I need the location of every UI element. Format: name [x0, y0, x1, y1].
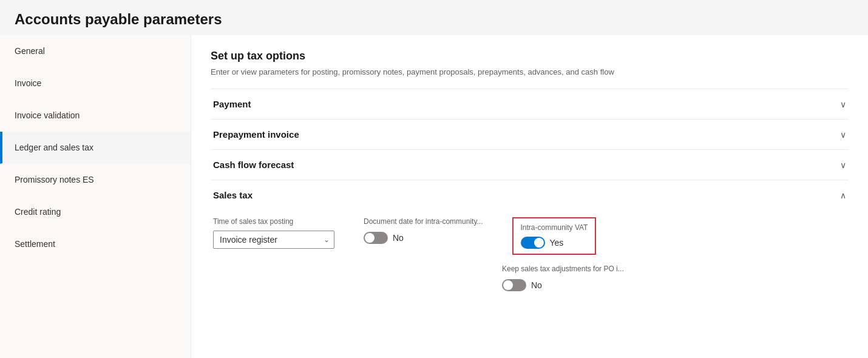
accordion-prepayment: Prepayment invoice ∨: [211, 119, 849, 149]
section-description: Enter or view parameters for posting, pr…: [211, 67, 849, 76]
accordion-cash-flow-title: Cash flow forecast: [213, 160, 294, 170]
sales-tax-row2: Keep sales tax adjustments for PO i... N…: [213, 265, 846, 291]
sidebar-item-promissory-notes[interactable]: Promissory notes ES: [0, 164, 191, 196]
time-of-posting-select-wrapper: Invoice register Invoice Payment ⌄: [213, 231, 334, 249]
sidebar-item-invoice[interactable]: Invoice: [0, 67, 191, 100]
chevron-down-icon: ∨: [840, 160, 846, 170]
sidebar-item-settlement[interactable]: Settlement: [0, 228, 191, 260]
accordion-payment: Payment ∨: [211, 89, 849, 119]
accordion-payment-title: Payment: [213, 99, 251, 109]
accordion-sales-tax-title: Sales tax: [213, 190, 253, 200]
intra-community-toggle-row: Yes: [521, 237, 588, 249]
time-of-posting-label: Time of sales tax posting: [213, 217, 334, 226]
sales-tax-row1: Time of sales tax posting Invoice regist…: [213, 217, 846, 255]
accordion-sales-tax-header[interactable]: Sales tax ∧: [211, 180, 849, 210]
chevron-up-icon: ∧: [840, 191, 846, 200]
document-date-field: Document date for intra-community... No: [364, 217, 483, 244]
page-header: Accounts payable parameters: [0, 0, 868, 35]
chevron-down-icon: ∨: [840, 100, 846, 109]
document-date-value: No: [393, 233, 404, 243]
sales-tax-body: Time of sales tax posting Invoice regist…: [211, 210, 849, 303]
intra-community-toggle[interactable]: [521, 237, 545, 249]
intra-community-vat-highlighted: Intra-community VAT Yes: [512, 217, 597, 255]
sidebar-item-invoice-validation[interactable]: Invoice validation: [0, 100, 191, 132]
keep-sales-tax-label: Keep sales tax adjustments for PO i...: [502, 265, 624, 273]
intra-community-value: Yes: [550, 238, 564, 248]
main-content: Set up tax options Enter or view paramet…: [191, 35, 868, 358]
accordion-prepayment-title: Prepayment invoice: [213, 129, 299, 140]
accordion-cash-flow-header[interactable]: Cash flow forecast ∨: [211, 150, 849, 180]
sidebar-item-credit-rating[interactable]: Credit rating: [0, 196, 191, 228]
keep-sales-tax-toggle[interactable]: [502, 279, 526, 291]
sidebar: General Invoice Invoice validation Ledge…: [0, 35, 191, 358]
time-of-posting-select[interactable]: Invoice register Invoice Payment: [213, 231, 334, 249]
app-container: Accounts payable parameters General Invo…: [0, 0, 868, 358]
keep-sales-tax-field: Keep sales tax adjustments for PO i... N…: [502, 265, 624, 291]
keep-sales-tax-value: No: [531, 280, 542, 290]
section-title: Set up tax options: [211, 50, 849, 62]
main-layout: General Invoice Invoice validation Ledge…: [0, 35, 868, 358]
sidebar-item-ledger-sales-tax[interactable]: Ledger and sales tax: [0, 132, 191, 164]
chevron-down-icon: ∨: [840, 130, 846, 140]
keep-sales-tax-toggle-row: No: [502, 279, 624, 291]
accordion-sales-tax: Sales tax ∧ Time of sales tax posting In…: [211, 180, 849, 303]
accordion-prepayment-header[interactable]: Prepayment invoice ∨: [211, 120, 849, 149]
sidebar-item-general[interactable]: General: [0, 35, 191, 67]
page-title: Accounts payable parameters: [15, 11, 853, 28]
document-date-toggle[interactable]: [364, 232, 388, 244]
accordion-payment-header[interactable]: Payment ∨: [211, 89, 849, 119]
document-date-toggle-row: No: [364, 232, 483, 244]
intra-community-label: Intra-community VAT: [521, 223, 588, 232]
time-of-posting-field: Time of sales tax posting Invoice regist…: [213, 217, 334, 249]
accordion-cash-flow: Cash flow forecast ∨: [211, 149, 849, 180]
document-date-label: Document date for intra-community...: [364, 217, 483, 226]
